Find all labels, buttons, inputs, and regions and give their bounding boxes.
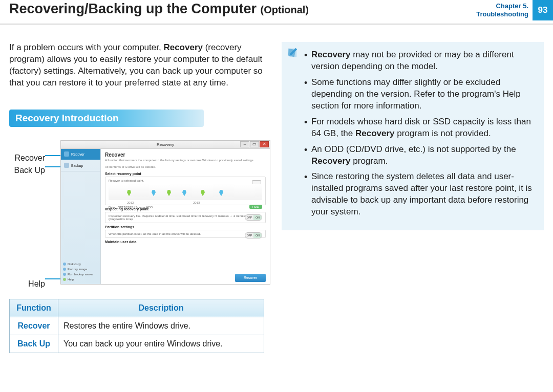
axis-label-left: 2012 <box>127 201 134 204</box>
sidebar-recover-label: Recover <box>71 153 84 156</box>
title-main: Recovering/Backing up the Computer <box>9 1 257 16</box>
window-title: Recovery <box>157 142 174 147</box>
recovery-window-figure: Recover Back Up Help Recovery – ▭ ✕ <box>9 141 271 290</box>
maintain-label: Maintain user data <box>105 240 266 244</box>
chapter-line-1: Chapter 5. <box>476 2 528 10</box>
timeline-marker-1[interactable] <box>127 190 131 196</box>
callout-line-recover <box>45 155 61 156</box>
note-icon <box>287 47 298 58</box>
fn-recover: Recover <box>10 317 58 335</box>
timeline-marker-6[interactable] <box>219 190 223 196</box>
sidebar-run-backup-server[interactable]: Run backup server <box>63 272 98 277</box>
partition-box: When the partition is set, all the data … <box>105 230 266 238</box>
page-header: Recovering/Backing up the Computer (Opti… <box>0 0 553 27</box>
content-columns: If a problem occurs with your computer, … <box>0 27 553 353</box>
sidebar-item-recover[interactable]: Recover <box>61 149 100 160</box>
header-divider <box>0 24 553 25</box>
inspecting-box: Inspection recovery file. Requires addit… <box>105 212 266 223</box>
main-sub2: All contents of C:drive will be deleted. <box>105 165 266 169</box>
table-row: Back Up You can back up your entire Wind… <box>10 335 264 353</box>
window-footer: Recover <box>101 274 270 282</box>
tip-item-5: Since restoring the system deletes all d… <box>304 171 537 218</box>
minimize-button[interactable]: – <box>240 141 249 147</box>
sidebar-factory-image[interactable]: Factory image <box>63 267 98 272</box>
desc-recover: Restores the entire Windows drive. <box>58 317 264 335</box>
callout-help: Help <box>28 279 45 289</box>
window-body: Recover Backup Disk copy Factory image R… <box>61 149 270 284</box>
tip-item-4: An ODD (CD/DVD drive, etc.) is not suppo… <box>304 144 537 167</box>
select-recovery-sub: Recover to selected point. <box>109 179 262 182</box>
chapter-line-2: Troubleshooting <box>476 10 528 18</box>
callout-backup: Back Up <box>14 166 45 175</box>
date-source-line: Date : 08/17/2012 | Source HDD HDD <box>109 206 262 209</box>
run-backup-server-icon <box>63 273 66 276</box>
select-recovery-point-label: Select recovery point <box>105 172 266 176</box>
window-titlebar: Recovery – ▭ ✕ <box>61 141 270 149</box>
close-button[interactable]: ✕ <box>260 141 269 147</box>
intro-paragraph: If a problem occurs with your computer, … <box>9 42 271 89</box>
partition-text: When the partition is set, all the data … <box>109 232 262 235</box>
window-controls: – ▭ ✕ <box>240 141 269 147</box>
table-row: Recover Restores the entire Windows driv… <box>10 317 264 335</box>
disk-copy-icon <box>63 263 66 266</box>
hdd-badge: HDD <box>249 205 262 209</box>
main-heading: Recover <box>105 152 266 158</box>
toggle-off: OFF <box>245 215 253 220</box>
th-description: Description <box>58 299 264 317</box>
tip-item-1: Recovery may not be provided or may be a… <box>304 49 537 73</box>
title-optional: (Optional) <box>261 4 309 15</box>
timeline-marker-2[interactable] <box>152 190 156 196</box>
tip-item-2: Some functions may differ slightly or be… <box>304 77 537 112</box>
maximize-button[interactable]: ▭ <box>250 141 259 147</box>
tip-list: Recovery may not be provided or may be a… <box>304 49 537 218</box>
callout-recover: Recover <box>14 154 45 163</box>
partition-toggle[interactable]: OFF ON <box>245 232 262 238</box>
intro-pre: If a problem occurs with your computer, <box>9 42 163 52</box>
page-title: Recovering/Backing up the Computer (Opti… <box>9 1 309 17</box>
axis-label-right: 2013 <box>193 201 200 204</box>
toggle-off-2: OFF <box>245 233 253 238</box>
timeline-marker-5[interactable] <box>201 190 205 196</box>
timeline-track[interactable]: 2012 2013 <box>109 184 262 200</box>
timeline-marker-3[interactable] <box>167 190 171 196</box>
right-column: Recovery may not be provided or may be a… <box>282 42 544 353</box>
table-header-row: Function Description <box>10 299 264 317</box>
recover-icon <box>64 151 69 157</box>
help-icon <box>63 278 66 281</box>
toggle-on: ON <box>253 215 262 220</box>
factory-image-icon <box>63 268 66 271</box>
left-column: If a problem occurs with your computer, … <box>9 42 271 353</box>
main-sub1: A function that recovers the computer to… <box>105 159 266 162</box>
sidebar-backup-label: Backup <box>71 164 83 167</box>
desc-backup: You can back up your entire Windows driv… <box>58 335 264 353</box>
window-sidebar: Recover Backup Disk copy Factory image R… <box>61 149 101 284</box>
sidebar-bottom-links: Disk copy Factory image Run backup serve… <box>63 262 98 282</box>
callout-line-help <box>45 278 61 279</box>
chapter-label: Chapter 5. Troubleshooting <box>476 2 528 18</box>
timeline-marker-4[interactable] <box>182 190 186 196</box>
recovery-window: Recovery – ▭ ✕ Recover <box>60 140 270 285</box>
sidebar-item-backup[interactable]: Backup <box>61 160 100 171</box>
function-table: Function Description Recover Restores th… <box>9 299 264 353</box>
inspecting-toggle[interactable]: OFF ON <box>245 214 262 221</box>
recover-button[interactable]: Recover <box>235 274 266 282</box>
section-heading-recovery-introduction: Recovery Introduction <box>9 110 204 127</box>
th-function: Function <box>10 299 58 317</box>
inspecting-text: Inspection recovery file. Requires addit… <box>109 214 262 221</box>
tip-item-3: For models whose hard disk or SSD capaci… <box>304 116 537 140</box>
partition-label: Partition settings <box>105 225 266 229</box>
toggle-on-2: ON <box>253 233 262 238</box>
fn-backup: Back Up <box>10 335 58 353</box>
page-number-badge: 93 <box>533 0 553 20</box>
sidebar-help[interactable]: Help <box>63 277 98 282</box>
recovery-timeline-box: Recover to selected point. 2012 2013 <box>105 177 266 205</box>
window-main: Recover A function that recovers the com… <box>101 149 270 284</box>
intro-bold: Recovery <box>163 42 203 52</box>
backup-icon <box>64 163 69 168</box>
sidebar-disk-copy[interactable]: Disk copy <box>63 262 98 267</box>
tip-box: Recovery may not be provided or may be a… <box>282 42 544 230</box>
callout-line-backup <box>45 166 61 167</box>
